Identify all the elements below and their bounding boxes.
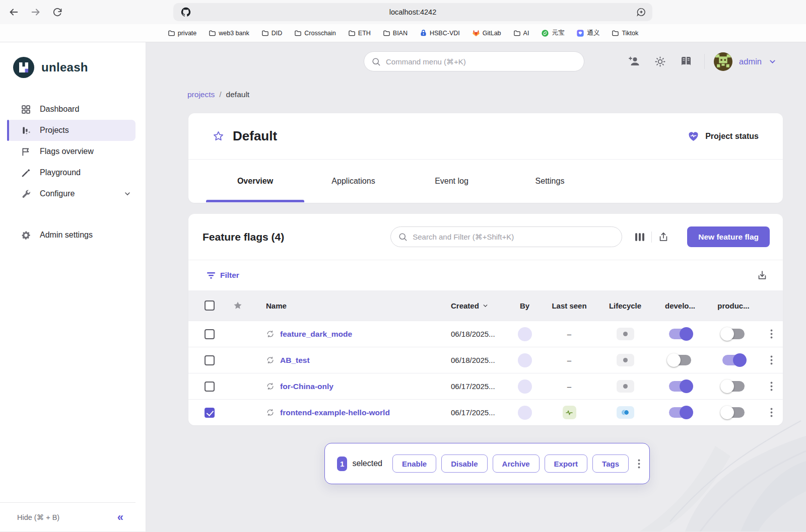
row-checkbox[interactable] bbox=[205, 329, 215, 339]
flag-name-link[interactable]: for-China-only bbox=[280, 382, 333, 391]
column-header-created[interactable]: Created bbox=[443, 301, 508, 310]
flags-search-input[interactable] bbox=[413, 233, 615, 241]
bookmark-tiktok[interactable]: Tiktok bbox=[612, 29, 638, 37]
row-checkbox[interactable] bbox=[205, 382, 215, 392]
dev-toggle[interactable] bbox=[669, 407, 691, 418]
bookmark-private[interactable]: private bbox=[168, 29, 197, 37]
selection-action-bar: 1 selected Enable Disable Archive Export… bbox=[324, 443, 650, 484]
url-text: localhost:4242 bbox=[173, 8, 652, 16]
bookmark-web3-bank[interactable]: web3 bank bbox=[209, 29, 249, 37]
filter-button[interactable]: Filter bbox=[207, 271, 239, 280]
tags-button[interactable]: Tags bbox=[592, 454, 629, 473]
bookmark-crosschain[interactable]: Crosschain bbox=[294, 29, 336, 37]
flag-name-link[interactable]: frontend-example-hello-world bbox=[280, 408, 390, 417]
archive-button[interactable]: Archive bbox=[493, 454, 540, 473]
sync-icon bbox=[266, 382, 275, 391]
flag-name-link[interactable]: AB_test bbox=[280, 356, 310, 365]
table-row: feature_dark_mode 06/18/2025... – bbox=[188, 321, 783, 347]
chevron-down-icon bbox=[123, 190, 131, 198]
browser-back-button[interactable] bbox=[8, 7, 19, 18]
row-menu-button[interactable] bbox=[770, 355, 773, 365]
download-icon[interactable] bbox=[757, 270, 768, 281]
sidebar-item-dashboard[interactable]: Dashboard bbox=[7, 99, 136, 120]
command-menu[interactable] bbox=[364, 51, 584, 71]
row-checkbox[interactable] bbox=[205, 408, 215, 418]
project-tabs: Overview Applications Event log Settings bbox=[188, 160, 783, 202]
prod-toggle[interactable] bbox=[722, 407, 745, 418]
bookmark-bian[interactable]: BIAN bbox=[383, 29, 408, 37]
sync-icon bbox=[266, 356, 275, 364]
bookmark-did[interactable]: DID bbox=[261, 29, 283, 37]
dev-toggle[interactable] bbox=[669, 381, 691, 392]
command-menu-input[interactable] bbox=[386, 57, 577, 66]
table-row: for-China-only 06/17/2025... – bbox=[188, 373, 783, 399]
dev-toggle[interactable] bbox=[669, 355, 691, 365]
share-page-icon[interactable] bbox=[636, 7, 646, 17]
row-menu-button[interactable] bbox=[770, 329, 773, 339]
browser-reload-button[interactable] bbox=[52, 7, 62, 17]
row-menu-button[interactable] bbox=[770, 382, 773, 391]
sync-icon bbox=[266, 330, 275, 338]
breadcrumb-projects-link[interactable]: projects bbox=[187, 90, 215, 99]
column-header-name: Name bbox=[243, 301, 443, 310]
collapse-sidebar-button[interactable]: « bbox=[117, 512, 123, 523]
tab-overview[interactable]: Overview bbox=[206, 160, 304, 202]
row-checkbox[interactable] bbox=[205, 355, 215, 365]
sidebar-item-configure[interactable]: Configure bbox=[7, 183, 136, 204]
disable-button[interactable]: Disable bbox=[441, 454, 487, 473]
selected-count-badge: 1 bbox=[337, 457, 347, 471]
sidebar-item-admin-settings[interactable]: Admin settings bbox=[7, 224, 136, 246]
bookmark-ai[interactable]: AI bbox=[513, 29, 529, 37]
tab-applications[interactable]: Applications bbox=[304, 160, 402, 202]
browser-chrome: localhost:4242 private web3 bank DID Cro… bbox=[0, 0, 806, 42]
sync-icon bbox=[266, 408, 275, 417]
bookmark-yuanbao[interactable]: 元宝 bbox=[541, 29, 564, 37]
columns-icon[interactable] bbox=[634, 232, 645, 242]
filter-icon bbox=[207, 272, 216, 279]
lifecycle-badge bbox=[617, 354, 634, 366]
enable-button[interactable]: Enable bbox=[392, 454, 436, 473]
column-header-development: develo... bbox=[665, 301, 695, 310]
sidebar-item-playground[interactable]: Playground bbox=[7, 162, 136, 183]
bookmark-gitlab[interactable]: GitLab bbox=[472, 29, 501, 37]
prod-toggle[interactable] bbox=[722, 329, 745, 339]
created-cell: 06/17/2025... bbox=[443, 408, 508, 417]
new-feature-flag-button[interactable]: New feature flag bbox=[687, 226, 770, 247]
export-share-icon[interactable] bbox=[658, 232, 669, 243]
wrench-icon bbox=[20, 188, 31, 199]
sidebar: unleash Dashboard Projects Flags overvie… bbox=[0, 42, 146, 531]
select-all-checkbox[interactable] bbox=[205, 300, 215, 311]
more-actions-button[interactable] bbox=[638, 459, 640, 469]
created-cell: 06/18/2025... bbox=[443, 330, 508, 338]
flag-name-link[interactable]: feature_dark_mode bbox=[280, 330, 352, 339]
last-seen-cell: – bbox=[567, 356, 571, 364]
username-label: admin bbox=[739, 57, 762, 66]
browser-forward-button[interactable] bbox=[30, 7, 41, 18]
sidebar-item-flags-overview[interactable]: Flags overview bbox=[7, 141, 136, 162]
tab-settings[interactable]: Settings bbox=[501, 160, 599, 202]
user-menu[interactable]: admin bbox=[714, 52, 777, 71]
sidebar-nav: Dashboard Projects Flags overview Playgr… bbox=[0, 99, 146, 246]
topbar-divider bbox=[704, 54, 705, 69]
dev-toggle[interactable] bbox=[669, 329, 691, 339]
prod-toggle[interactable] bbox=[722, 381, 745, 392]
bookmark-hsbc-vdi[interactable]: HSBC-VDI bbox=[420, 29, 460, 37]
row-menu-button[interactable] bbox=[770, 408, 773, 417]
sidebar-item-projects[interactable]: Projects bbox=[7, 120, 136, 141]
tab-event-log[interactable]: Event log bbox=[402, 160, 501, 202]
project-status-button[interactable]: Project status bbox=[687, 130, 759, 142]
heart-pulse-icon bbox=[687, 130, 700, 142]
invite-user-icon[interactable] bbox=[628, 55, 640, 67]
export-button[interactable]: Export bbox=[545, 454, 588, 473]
address-bar[interactable]: localhost:4242 bbox=[173, 3, 652, 21]
bookmark-eth[interactable]: ETH bbox=[348, 29, 371, 37]
docs-book-icon[interactable] bbox=[680, 55, 692, 67]
prod-toggle[interactable] bbox=[722, 355, 745, 365]
selected-label: selected bbox=[352, 459, 382, 468]
favorite-star-icon[interactable] bbox=[213, 130, 224, 142]
flags-search[interactable] bbox=[390, 226, 622, 247]
bookmark-tongyi[interactable]: 通义 bbox=[576, 29, 599, 37]
lifecycle-badge bbox=[617, 328, 634, 340]
activity-pulse-icon bbox=[563, 406, 576, 419]
theme-toggle-icon[interactable] bbox=[654, 56, 666, 67]
